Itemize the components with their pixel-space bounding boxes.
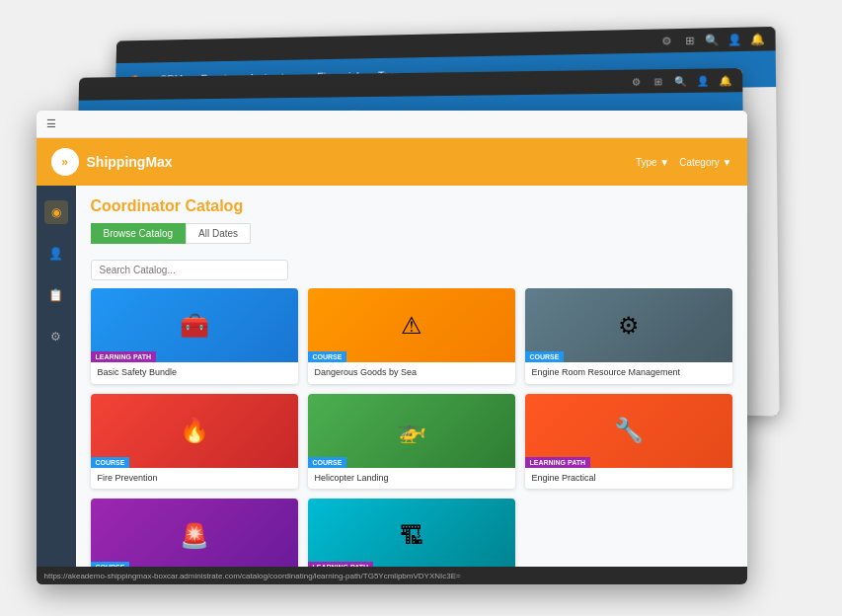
catalog-card-fire-prevention[interactable]: 🔥 COURSE Fire Prevention [91, 394, 298, 490]
card-title: Engine Room Resource Management [532, 367, 726, 379]
search-bar [76, 260, 747, 288]
category-filter[interactable]: Category ▼ [679, 157, 731, 168]
card-badge: LEARNING PATH [525, 457, 591, 468]
card-badge: COURSE [525, 351, 565, 362]
sidebar-layout: ◉ 👤 📋 ⚙ Coordinator Catalog Browse Catal… [37, 186, 747, 584]
grid-icon[interactable]: ⊞ [682, 34, 697, 47]
card-image-container: 🚨 COURSE [91, 499, 298, 573]
card-title: Helicopter Landing [315, 473, 508, 485]
card-image-icon: 🧰 [180, 312, 209, 340]
card-title: Engine Practical [532, 473, 726, 485]
content-header: Coordinator Catalog Browse Catalog All D… [76, 186, 747, 260]
card-badge: COURSE [308, 457, 347, 468]
sidebar-icon-reports[interactable]: 📋 [44, 283, 68, 307]
sidebar-icon-users[interactable]: 👤 [44, 242, 68, 266]
front-topbar: ☰ [37, 111, 747, 138]
user-icon-mid[interactable]: 👤 [695, 74, 710, 88]
card-title: Basic Safety Bundle [98, 367, 291, 379]
sidebar: ◉ 👤 📋 ⚙ [37, 186, 76, 584]
card-image-container: 🧰 LEARNING PATH [91, 288, 298, 362]
header-controls: Type ▼ Category ▼ [636, 157, 732, 168]
card-image-container: ⚠ COURSE [308, 288, 515, 362]
catalog-card-helicopter[interactable]: 🚁 COURSE Helicopter Landing [308, 394, 515, 490]
status-url: https://akeademo-shippingmax-boxcar.admi… [44, 572, 461, 580]
scene: ⚙ ⊞ 🔍 👤 🔔 🏠 CRM Events Instructors Finan… [37, 32, 806, 584]
logo-icon: » [51, 148, 79, 176]
catalog-card-basic-safety[interactable]: 🧰 LEARNING PATH Basic Safety Bundle [91, 288, 298, 384]
card-image-icon: 🚨 [180, 522, 209, 550]
card-body: Engine Practical [525, 468, 732, 490]
bell-icon-back[interactable]: 🔔 [750, 32, 765, 46]
type-filter[interactable]: Type ▼ [636, 157, 669, 168]
card-image-icon: 🔥 [180, 417, 209, 444]
front-header: » ShippingMax Type ▼ Category ▼ [37, 138, 747, 186]
sidebar-icon-settings[interactable]: ⚙ [44, 325, 68, 348]
settings-icon-mid[interactable]: ⚙ [628, 74, 642, 88]
card-image-icon: ⚠ [401, 312, 422, 340]
card-body: Engine Room Resource Management [525, 362, 732, 384]
card-image-container: 🚁 COURSE [308, 394, 515, 468]
catalog-card-engine-practical[interactable]: 🔧 LEARNING PATH Engine Practical [525, 394, 732, 490]
card-image-icon: 🏗 [400, 522, 423, 550]
card-badge: LEARNING PATH [91, 351, 157, 362]
main-content: Coordinator Catalog Browse Catalog All D… [76, 186, 747, 584]
window-front: ☰ » ShippingMax Type ▼ Category ▼ ◉ 👤 📋 … [37, 111, 747, 584]
card-title: Fire Prevention [98, 473, 291, 485]
card-image-icon: 🔧 [614, 417, 644, 444]
card-badge: COURSE [91, 457, 130, 468]
card-body: Fire Prevention [91, 468, 298, 490]
logo-text: ShippingMax [87, 154, 173, 170]
card-badge: COURSE [308, 351, 347, 362]
bell-icon-mid[interactable]: 🔔 [718, 73, 732, 87]
grid-icon-mid[interactable]: ⊞ [651, 74, 664, 88]
user-icon-back[interactable]: 👤 [727, 33, 741, 46]
search-icon-mid[interactable]: 🔍 [672, 74, 687, 88]
card-image-container: ⚙ COURSE [525, 288, 732, 362]
catalog-search-input[interactable] [91, 260, 288, 280]
logo-area: » ShippingMax [51, 148, 173, 176]
catalog-tabs: Browse Catalog All Dates [91, 223, 732, 244]
sidebar-icon-catalog[interactable]: ◉ [44, 200, 68, 224]
status-bar: https://akeademo-shippingmax-boxcar.admi… [37, 567, 747, 584]
catalog-card-engine-room[interactable]: ⚙ COURSE Engine Room Resource Management [525, 288, 732, 384]
card-image-icon: ⚙ [618, 312, 640, 340]
card-image-container: 🏗 LEARNING PATH [308, 499, 515, 573]
search-icon-back[interactable]: 🔍 [704, 33, 719, 46]
card-image-container: 🔥 COURSE [91, 394, 298, 468]
card-body: Dangerous Goods by Sea [308, 362, 515, 384]
settings-icon[interactable]: ⚙ [659, 34, 674, 47]
tab-all-dates[interactable]: All Dates [186, 223, 251, 244]
card-title: Dangerous Goods by Sea [315, 367, 508, 379]
card-image-container: 🔧 LEARNING PATH [525, 394, 732, 468]
catalog-card-dangerous-goods[interactable]: ⚠ COURSE Dangerous Goods by Sea [308, 288, 515, 384]
tab-browse-catalog[interactable]: Browse Catalog [91, 223, 187, 244]
card-body: Helicopter Landing [308, 468, 515, 490]
card-body: Basic Safety Bundle [91, 362, 298, 384]
coordinator-catalog-title: Coordinator Catalog [91, 197, 732, 215]
catalog-grid: 🧰 LEARNING PATH Basic Safety Bundle ⚠ CO… [76, 288, 747, 584]
hamburger-icon[interactable]: ☰ [46, 117, 56, 130]
card-image-icon: 🚁 [397, 417, 426, 444]
